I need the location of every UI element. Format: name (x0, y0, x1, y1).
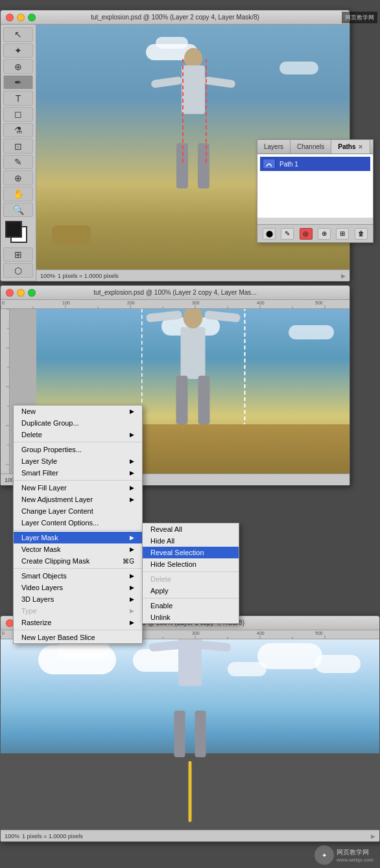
clone-tool[interactable]: ⊕ (3, 170, 33, 185)
eyedropper-tool[interactable]: ⚗ (3, 123, 33, 138)
menu-duplicate-group[interactable]: Duplicate Group... (14, 417, 142, 429)
stroke-path-button[interactable]: ✎ (281, 228, 294, 240)
svg-text:300: 300 (192, 301, 200, 305)
cloud-3 (279, 62, 318, 74)
ruler-vertical-2 (1, 309, 10, 474)
menu-layer-mask[interactable]: Layer Mask ▶ (14, 532, 142, 543)
svg-text:500: 500 (315, 631, 323, 635)
color-picker[interactable] (5, 221, 31, 243)
title-bar-1: tut_explosion.psd @ 100% (Layer 2 copy 4… (1, 10, 350, 25)
menu-layer-style[interactable]: Layer Style ▶ (14, 455, 142, 467)
submenu-reveal-all[interactable]: Reveal All (143, 523, 239, 535)
move-tool[interactable]: ✦ (3, 43, 33, 58)
menu-smart-filter-arrow: ▶ (130, 470, 134, 476)
menu-smart-filter[interactable]: Smart Filter ▶ (14, 467, 142, 479)
submenu-unlink[interactable]: Unlink (143, 611, 239, 623)
menu-new-adjustment-layer[interactable]: New Adjustment Layer ▶ (14, 494, 142, 505)
svg-text:200: 200 (127, 301, 135, 305)
tab-close-paths[interactable]: ✕ (358, 144, 363, 150)
svg-text:0: 0 (2, 631, 5, 635)
menu-new-fill-layer[interactable]: New Fill Layer ▶ (14, 482, 142, 494)
maximize-button-1[interactable] (28, 14, 36, 21)
shape-tool[interactable]: ◻ (3, 107, 33, 122)
selection-line-left-1 (182, 59, 184, 163)
brush-tool[interactable]: ✎ (3, 155, 33, 170)
submenu-reveal-selection[interactable]: Reveal Selection (143, 547, 239, 558)
menu-group-props-label: Group Properties... (21, 446, 82, 453)
menu-delete[interactable]: Delete ▶ (14, 429, 142, 440)
submenu-hide-selection[interactable]: Hide Selection (143, 558, 239, 570)
panel-content-paths: Path 1 (257, 154, 373, 218)
menu-group-properties[interactable]: Group Properties... (14, 444, 142, 455)
hay-bale-1 (52, 225, 91, 245)
lasso-tool[interactable]: ⊕ (3, 59, 33, 74)
menu-duplicate-label: Duplicate Group... (21, 419, 79, 427)
menu-type-label: Type (21, 607, 37, 615)
person-leg-left-2 (176, 376, 187, 424)
menu-3d-layers[interactable]: 3D Layers ▶ (14, 593, 142, 605)
maximize-button-2[interactable] (28, 289, 36, 297)
menu-smart-objects[interactable]: Smart Objects ▶ (14, 570, 142, 582)
tab-channels[interactable]: Channels (291, 140, 331, 154)
menu-rasterize[interactable]: Rasterize ▶ (14, 617, 142, 628)
menu-rasterize-label: Rasterize (21, 619, 51, 626)
menu-3d-layers-arrow: ▶ (130, 596, 134, 602)
person-arm-right-1 (204, 76, 235, 89)
close-button-1[interactable] (6, 14, 14, 21)
person-body-2 (181, 327, 206, 379)
foreground-color[interactable] (5, 221, 22, 238)
tab-paths[interactable]: Paths ✕ (331, 140, 370, 154)
screen-mode-tool[interactable]: ⬡ (3, 263, 33, 278)
hand-tool[interactable]: ✋ (3, 187, 33, 201)
submenu-enable[interactable]: Enable (143, 600, 239, 611)
submenu-hide-selection-label: Hide Selection (150, 560, 196, 568)
close-button-2[interactable] (6, 289, 14, 297)
watermark-text-block: 网页教学网 www.webjx.com (337, 848, 374, 863)
submenu-hide-all-label: Hide All (150, 537, 174, 545)
eraser-tool[interactable]: ⊡ (3, 139, 33, 154)
quick-mask-tool[interactable]: ⊞ (3, 247, 33, 262)
new-path-button[interactable]: ⊞ (336, 228, 349, 240)
make-path-button[interactable]: ⊕ (318, 228, 331, 240)
menu-create-clipping-mask[interactable]: Create Clipping Mask ⌘G (14, 555, 142, 567)
pen-tool[interactable]: ✒ (3, 75, 33, 90)
menu-layer-style-label: Layer Style (21, 457, 57, 465)
menu-layer-mask-arrow: ▶ (130, 534, 134, 541)
menu-layer-style-arrow: ▶ (130, 458, 134, 464)
svg-text:400: 400 (257, 631, 265, 635)
menu-change-content-label: Change Layer Content (21, 507, 93, 515)
menu-new-layer-slice[interactable]: New Layer Based Slice (14, 632, 142, 643)
person-leg-right-1 (198, 143, 209, 188)
minimize-button-2[interactable] (17, 289, 25, 297)
menu-layer-content-options[interactable]: Layer Content Options... (14, 517, 142, 529)
type-tool[interactable]: T (3, 91, 33, 106)
canvas-bg-3 (1, 639, 379, 830)
person-leg-right-2 (198, 376, 210, 424)
cloud-w3-3 (257, 643, 322, 669)
scroll-arrow-1[interactable]: ▶ (341, 273, 346, 279)
minimize-button-1[interactable] (17, 14, 25, 21)
scroll-arrow-3[interactable]: ▶ (371, 833, 375, 839)
panel-tabs: Layers Channels Paths ✕ (257, 140, 373, 154)
delete-path-button[interactable]: 🗑 (355, 228, 368, 240)
person-figure-2 (146, 309, 240, 424)
watermark-top: 网页教学网 (342, 12, 377, 23)
selection-tool[interactable]: ↖ (3, 27, 33, 42)
menu-vector-mask[interactable]: Vector Mask ▶ (14, 543, 142, 555)
menu-new[interactable]: New ▶ (14, 405, 142, 417)
menu-change-layer-content[interactable]: Change Layer Content (14, 505, 142, 517)
menu-content-options-label: Layer Content Options... (21, 519, 99, 527)
menu-smart-objects-arrow: ▶ (130, 573, 134, 579)
submenu-apply[interactable]: Apply (143, 585, 239, 597)
fill-path-button[interactable]: ⬤ (263, 228, 276, 240)
submenu-hide-all[interactable]: Hide All (143, 535, 239, 547)
toolbar-left-1: ↖ ✦ ⊕ ✒ T ◻ ⚗ ⊡ ✎ ⊕ ✋ 🔍 ⊞ ⬡ (1, 25, 36, 280)
person-leg-right-3 (195, 711, 206, 757)
zoom-level-1: 100% (40, 273, 55, 279)
menu-video-layers[interactable]: Video Layers ▶ (14, 582, 142, 593)
menu-clip-mask-shortcut: ⌘G (123, 558, 134, 565)
tab-layers[interactable]: Layers (257, 140, 291, 154)
path-item-1[interactable]: Path 1 (260, 157, 370, 171)
load-path-button[interactable]: ◎ (300, 228, 313, 240)
zoom-tool[interactable]: 🔍 (3, 203, 33, 218)
